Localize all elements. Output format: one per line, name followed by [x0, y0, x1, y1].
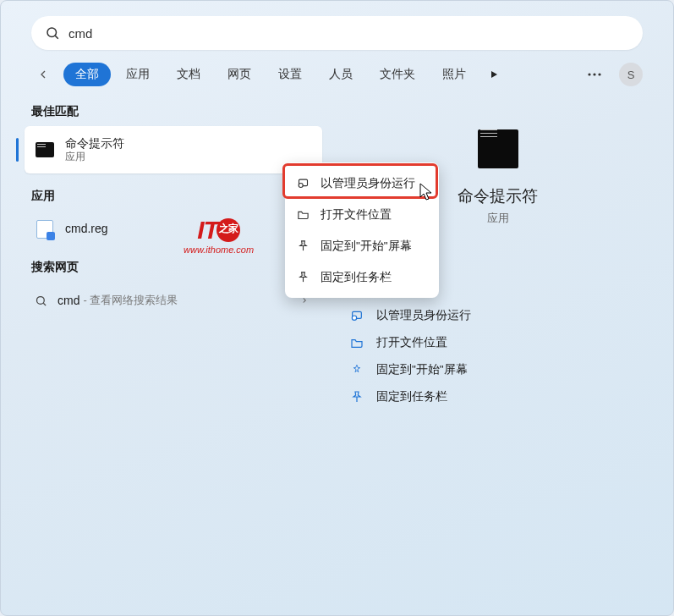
- pin-icon: [297, 271, 310, 283]
- ctx-pin-start[interactable]: 固定到"开始"屏幕: [285, 230, 439, 261]
- preview-thumbnail: [478, 129, 518, 168]
- search-icon: [45, 25, 60, 41]
- search-input[interactable]: [68, 26, 629, 41]
- best-match-result[interactable]: 命令提示符 应用: [25, 126, 322, 173]
- ctx-label: 固定到任务栏: [321, 270, 392, 285]
- ctx-label: 打开文件位置: [321, 207, 392, 223]
- folder-icon: [349, 336, 364, 349]
- ctx-label: 以管理员身份运行: [321, 176, 415, 191]
- web-query-sub: - 查看网络搜索结果: [83, 293, 178, 308]
- app-result-title: cmd.reg: [65, 222, 108, 237]
- svg-point-12: [299, 184, 303, 188]
- more-tabs-button[interactable]: [481, 62, 507, 87]
- action-label: 固定到"开始"屏幕: [376, 362, 468, 377]
- pin-icon: [349, 363, 364, 377]
- svg-point-3: [588, 73, 590, 75]
- ctx-label: 固定到"开始"屏幕: [321, 239, 412, 254]
- search-window: 全部 应用 文档 网页 设置 人员 文件夹 照片 S 最佳匹配 命令提示符 应用: [0, 0, 674, 616]
- more-options-button[interactable]: [582, 62, 607, 87]
- search-bar[interactable]: [31, 16, 643, 50]
- pin-icon: [349, 390, 364, 404]
- web-header: 搜索网页: [25, 256, 322, 282]
- reg-file-icon: [35, 219, 55, 239]
- cmd-icon: [35, 140, 55, 160]
- ctx-open-location[interactable]: 打开文件位置: [285, 199, 439, 230]
- search-icon: [35, 294, 47, 307]
- tab-docs[interactable]: 文档: [165, 63, 212, 86]
- tab-settings[interactable]: 设置: [266, 63, 314, 86]
- action-pin-taskbar[interactable]: 固定到任务栏: [348, 383, 648, 410]
- pin-icon: [297, 239, 310, 252]
- tab-apps[interactable]: 应用: [114, 63, 162, 86]
- action-label: 固定到任务栏: [376, 389, 447, 404]
- svg-line-7: [43, 303, 46, 305]
- web-search-row[interactable]: cmd - 查看网络搜索结果: [25, 282, 322, 319]
- ctx-run-as-admin[interactable]: 以管理员身份运行: [285, 168, 439, 199]
- user-avatar[interactable]: S: [619, 63, 643, 86]
- svg-line-1: [55, 36, 58, 38]
- app-result-cmdreg[interactable]: cmd.reg: [25, 211, 322, 248]
- tab-people[interactable]: 人员: [317, 63, 364, 86]
- best-match-sub: 应用: [65, 151, 124, 163]
- tabs-row: 全部 应用 文档 网页 设置 人员 文件夹 照片 S: [1, 62, 673, 101]
- apps-header: 应用: [25, 185, 322, 211]
- tab-web[interactable]: 网页: [216, 63, 263, 86]
- svg-point-0: [47, 28, 57, 37]
- folder-icon: [297, 208, 310, 221]
- svg-point-5: [598, 73, 600, 75]
- best-match-title: 命令提示符: [65, 136, 124, 151]
- best-match-header: 最佳匹配: [25, 101, 322, 126]
- back-button[interactable]: [31, 63, 55, 86]
- preview-actions: 以管理员身份运行 打开文件位置 固定到"开始"屏幕 固定到任务栏: [348, 302, 648, 410]
- shield-icon: [349, 309, 364, 322]
- ctx-pin-taskbar[interactable]: 固定到任务栏: [285, 261, 439, 293]
- results-column: 最佳匹配 命令提示符 应用 应用 cmd.reg 搜索网页 cmd: [1, 101, 322, 610]
- action-run-as-admin[interactable]: 以管理员身份运行: [348, 302, 648, 329]
- action-label: 打开文件位置: [376, 335, 447, 350]
- tab-photos[interactable]: 照片: [430, 63, 478, 86]
- svg-point-4: [593, 73, 595, 75]
- action-open-location[interactable]: 打开文件位置: [348, 329, 648, 356]
- tab-folders[interactable]: 文件夹: [368, 63, 427, 86]
- tab-all[interactable]: 全部: [63, 63, 111, 86]
- action-label: 以管理员身份运行: [376, 308, 471, 323]
- shield-icon: [297, 177, 310, 190]
- action-pin-start[interactable]: 固定到"开始"屏幕: [348, 356, 648, 383]
- web-query: cmd: [58, 294, 79, 307]
- svg-point-9: [352, 316, 356, 320]
- svg-point-6: [37, 296, 45, 304]
- context-menu: 以管理员身份运行 打开文件位置 固定到"开始"屏幕 固定到任务栏: [285, 162, 439, 298]
- svg-marker-2: [491, 71, 497, 78]
